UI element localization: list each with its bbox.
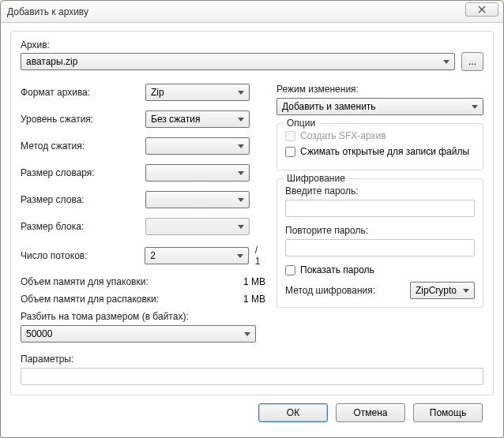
mode-combo[interactable]: Добавить и заменить: [276, 98, 483, 115]
show-password-label: Показать пароль: [300, 264, 374, 275]
split-label: Разбить на тома размером (в байтах):: [21, 311, 265, 322]
button-bar: ОК Отмена Помощь: [10, 395, 494, 422]
show-password-checkbox[interactable]: [285, 265, 295, 275]
split-combo[interactable]: 50000: [21, 325, 256, 343]
mem-unpack-label: Объем памяти для распаковки:: [21, 294, 218, 305]
method-label: Метод сжатия:: [21, 140, 145, 152]
help-button-label: Помощь: [430, 407, 466, 418]
params-label: Параметры:: [21, 354, 483, 365]
sfx-label: Создать SFX-архив: [300, 130, 386, 141]
cancel-button[interactable]: Отмена: [336, 403, 405, 422]
archive-name-value: аватары.zip: [26, 56, 77, 67]
encryption-title: Шифрование: [284, 173, 348, 184]
split-value: 50000: [26, 328, 52, 339]
titlebar: Добавить к архиву: [1, 1, 503, 23]
threads-suffix: / 1: [255, 245, 265, 267]
enc-method-label: Метод шифрования:: [285, 285, 402, 296]
browse-button[interactable]: ...: [461, 52, 483, 71]
shared-checkbox-row[interactable]: Сжимать открытые для записи файлы: [285, 146, 475, 157]
shared-label: Сжимать открытые для записи файлы: [300, 146, 469, 157]
method-combo[interactable]: [145, 137, 250, 155]
mem-unpack-value: 1 MB: [218, 294, 265, 305]
help-button[interactable]: Помощь: [413, 403, 483, 422]
password2-label: Повторите пароль:: [285, 225, 475, 236]
format-label: Формат архива:: [21, 87, 145, 98]
block-combo: [145, 218, 250, 235]
word-label: Размер слова:: [21, 194, 145, 205]
password-label: Введите пароль:: [285, 185, 475, 197]
params-input[interactable]: [21, 368, 483, 385]
threads-label: Число потоков:: [21, 250, 145, 261]
threads-value: 2: [150, 250, 156, 261]
shared-checkbox[interactable]: [285, 147, 295, 157]
dict-combo[interactable]: [145, 164, 250, 182]
options-title: Опции: [284, 118, 318, 129]
browse-button-label: ...: [468, 56, 476, 67]
mem-pack-value: 1 MB: [218, 276, 265, 287]
word-combo[interactable]: [145, 191, 250, 208]
dict-label: Размер словаря:: [21, 167, 145, 178]
threads-combo[interactable]: 2: [145, 247, 249, 264]
level-combo[interactable]: Без сжатия: [145, 110, 250, 128]
ok-button[interactable]: ОК: [258, 403, 328, 422]
password2-input[interactable]: [285, 239, 475, 256]
content: Архив: аватары.zip ... Формат архива: Zi…: [1, 23, 503, 427]
ok-button-label: ОК: [287, 407, 299, 418]
close-button[interactable]: [465, 2, 498, 17]
sfx-checkbox-row: Создать SFX-архив: [285, 130, 475, 141]
right-column: Режим изменения: Добавить и заменить Опц…: [276, 84, 483, 343]
mode-value: Добавить и заменить: [282, 101, 376, 112]
level-label: Уровень сжатия:: [21, 114, 145, 125]
dialog-window: Добавить к архиву Архив: аватары.zip ...…: [0, 0, 504, 438]
format-combo[interactable]: Zip: [145, 84, 250, 101]
encryption-group: Шифрование Введите пароль: Повторите пар…: [276, 178, 483, 308]
block-label: Размер блока:: [21, 221, 145, 232]
show-password-row[interactable]: Показать пароль: [285, 264, 475, 275]
mem-pack-label: Объем памяти для упаковки:: [21, 276, 218, 287]
archive-label: Архив:: [21, 39, 483, 51]
format-value: Zip: [151, 87, 164, 98]
cancel-button-label: Отмена: [353, 407, 387, 418]
mode-label: Режим изменения:: [276, 84, 483, 95]
window-title: Добавить к архиву: [7, 6, 88, 17]
level-value: Без сжатия: [151, 114, 200, 125]
enc-method-combo[interactable]: ZipCrypto: [410, 282, 475, 299]
main-panel: Архив: аватары.zip ... Формат архива: Zi…: [10, 31, 494, 395]
options-group: Опции Создать SFX-архив Сжимать открытые…: [276, 123, 483, 170]
enc-method-value: ZipCrypto: [416, 285, 457, 296]
sfx-checkbox: [285, 131, 295, 141]
archive-name-combo[interactable]: аватары.zip: [21, 53, 455, 70]
left-column: Формат архива: Zip Уровень сжатия: Без с…: [21, 84, 265, 343]
password-input[interactable]: [285, 200, 475, 217]
